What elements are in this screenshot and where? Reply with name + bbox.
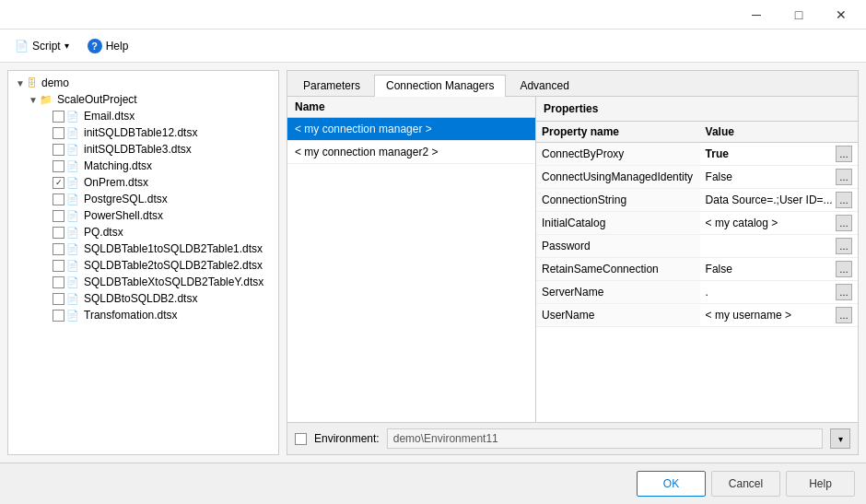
tree-item[interactable]: 📄SQLDBtoSQLDB2.dtsx [12,290,275,307]
property-edit-button[interactable]: … [836,307,852,323]
tree-item[interactable]: 📄SQLDBTableXtoSQLDB2TableY.dtsx [12,274,275,290]
tree-item[interactable]: 📄SQLDBTable2toSQLDB2Table2.dtsx [12,257,275,274]
tab-advanced[interactable]: Advanced [508,75,580,96]
property-value: < my username > [706,309,834,322]
property-edit-button[interactable]: … [836,284,852,300]
tree-panel[interactable]: ▼🗄demo▼📁ScaleOutProject📄Email.dtsx📄initS… [7,70,279,455]
property-name: RetainSameConnection [536,258,700,281]
property-value-cell: … [700,235,858,258]
folder-icon: 📁 [40,94,53,106]
tab-content: Name < my connection manager >< my conne… [287,97,858,422]
tree-checkbox[interactable] [53,193,64,205]
property-edit-button[interactable]: … [836,261,852,277]
tree-item[interactable]: 📄initSQLDBTable12.dtsx [12,124,275,141]
conn-list-item[interactable]: < my connection manager > [287,118,535,141]
tab-parameters[interactable]: Parameters [291,75,372,96]
tree-checkbox[interactable]: ✓ [53,177,64,189]
tree-checkbox[interactable] [53,310,64,322]
tree-item[interactable]: 📄PQ.dtsx [12,224,275,240]
tree-expand-icon[interactable]: ▼ [29,95,38,105]
script-dropdown-icon: ▾ [64,41,69,51]
property-value-cell: .… [700,281,858,304]
file-icon: 📄 [66,193,79,205]
property-row: Password… [536,235,858,258]
help-menu[interactable]: ? Help [80,35,136,57]
property-edit-button[interactable]: … [836,146,852,162]
property-row: ConnectByProxyTrue… [536,143,858,166]
file-icon: 📄 [66,160,79,172]
tree-checkbox[interactable] [53,144,64,156]
main-content: ▼🗄demo▼📁ScaleOutProject📄Email.dtsx📄initS… [0,63,866,463]
help-label: Help [106,40,129,53]
close-button[interactable]: ✕ [820,0,862,29]
property-row: ServerName.… [536,281,858,304]
tree-item-label: Transfomation.dtsx [84,309,178,322]
property-value: False [706,263,834,275]
file-icon: 📄 [66,276,79,288]
tree-item[interactable]: 📄Matching.dtsx [12,158,275,174]
tree-checkbox[interactable] [53,111,64,123]
property-edit-button[interactable]: … [836,192,852,208]
property-row: ConnectUsingManagedIdentityFalse… [536,166,858,189]
tab-connection-managers[interactable]: Connection Managers [374,75,506,97]
conn-list-item[interactable]: < my connection manager2 > [287,141,535,164]
tree-item[interactable]: 📄initSQLDBTable3.dtsx [12,141,275,158]
title-bar: ─ □ ✕ [0,0,866,29]
tree-item[interactable]: ▼📁ScaleOutProject [12,91,275,108]
tree-item-label: ScaleOutProject [57,93,137,106]
property-value: False [706,170,834,183]
environment-input[interactable] [387,428,823,449]
tree-item[interactable]: 📄Transfomation.dtsx [12,307,275,323]
tree-item[interactable]: 📄SQLDBTable1toSQLDB2Table1.dtsx [12,240,275,257]
tree-expand-icon[interactable]: ▼ [16,78,25,88]
file-icon: 📄 [66,243,79,255]
properties-header: Properties [536,97,858,122]
property-value: < my catalog > [706,217,834,229]
tree-checkbox[interactable] [53,243,64,255]
property-name: Password [536,235,700,258]
col-value: Value [700,122,858,143]
tree-item-label: SQLDBTableXtoSQLDB2TableY.dtsx [84,275,263,288]
help-button[interactable]: Help [786,471,855,497]
maximize-button[interactable]: □ [778,0,820,29]
ok-button[interactable]: OK [637,471,706,497]
tree-item[interactable]: 📄Email.dtsx [12,108,275,124]
connection-list: Name < my connection manager >< my conne… [287,97,536,422]
tabs: Parameters Connection Managers Advanced [287,71,858,97]
conn-list-header: Name [287,97,535,118]
tree-checkbox[interactable] [53,210,64,222]
tree-item-label: Email.dtsx [84,110,135,123]
property-edit-button[interactable]: … [836,238,852,254]
tree-checkbox[interactable] [53,227,64,239]
property-edit-button[interactable]: … [836,215,852,231]
tree-item[interactable]: 📄PostgreSQL.dtsx [12,191,275,207]
tree-item[interactable]: ✓📄OnPrem.dtsx [12,174,275,191]
tree-item-label: Matching.dtsx [84,159,152,172]
property-value-cell: < my catalog >… [700,212,858,235]
minimize-button[interactable]: ─ [735,0,778,29]
environment-checkbox[interactable] [295,433,307,445]
tree-checkbox[interactable] [53,293,64,305]
property-edit-button[interactable]: … [836,169,852,185]
file-icon: 📄 [66,127,79,139]
file-icon: 📄 [66,310,79,322]
property-value: True [706,147,834,160]
properties-table: Property name Value ConnectByProxyTrue…C… [536,122,858,327]
property-name: ConnectionString [536,189,700,212]
folder-icon: 🗄 [27,77,37,88]
cancel-button[interactable]: Cancel [711,471,780,497]
script-menu[interactable]: 📄 Script ▾ [7,36,76,56]
file-icon: 📄 [66,177,79,189]
tree-item-label: PowerShell.dtsx [84,209,163,222]
tree-checkbox[interactable] [53,127,64,139]
tree-checkbox[interactable] [53,160,64,172]
properties-panel: Properties Property name Value ConnectBy… [536,97,858,422]
property-value-cell: Data Source=.;User ID=...… [700,189,858,212]
environment-dropdown-button[interactable]: ▾ [830,428,850,449]
tree-item[interactable]: ▼🗄demo [12,75,275,91]
tree-item[interactable]: 📄PowerShell.dtsx [12,207,275,224]
tree-checkbox[interactable] [53,260,64,272]
property-name: ConnectUsingManagedIdentity [536,166,700,189]
property-value-cell: < my username >… [700,304,858,327]
tree-checkbox[interactable] [53,276,64,288]
